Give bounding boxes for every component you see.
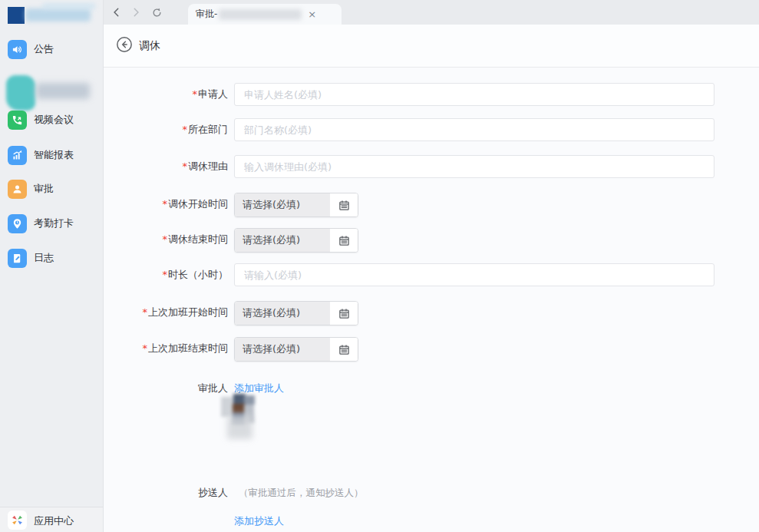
page-header: 调休	[104, 25, 759, 68]
sidebar-item-video-meeting[interactable]: 视频会议	[0, 108, 104, 131]
datepicker-value: 请选择(必填)	[235, 302, 330, 325]
required-marker: *	[163, 198, 168, 210]
cc-note: （审批通过后，通知抄送人）	[239, 487, 364, 500]
back-button[interactable]	[116, 36, 133, 53]
blurred-user-name	[36, 83, 90, 99]
add-cc-link[interactable]: 添加抄送人	[234, 514, 284, 528]
overtime-start-datepicker[interactable]: 请选择(必填)	[234, 301, 358, 325]
page-title: 调休	[139, 39, 160, 53]
calendar-icon[interactable]	[330, 193, 358, 216]
field-label: *所在部门	[104, 118, 228, 141]
sidebar: 公告 视频会议 智能报表 审批	[0, 0, 104, 532]
sidebar-item-label: 视频会议	[34, 113, 74, 127]
close-icon[interactable]: ×	[308, 9, 316, 19]
person-icon	[8, 180, 27, 199]
required-marker: *	[163, 269, 168, 280]
app-center-label: 应用中心	[34, 514, 74, 528]
field-label: 抄送人	[104, 486, 228, 500]
sidebar-item-label: 公告	[34, 42, 54, 56]
field-label: *调休理由	[104, 155, 228, 178]
reason-input[interactable]	[234, 155, 714, 178]
required-marker: *	[183, 124, 188, 135]
required-marker: *	[193, 88, 198, 100]
calendar-icon[interactable]	[330, 338, 358, 361]
app-logo	[8, 7, 25, 24]
app-center-pinwheel-icon	[8, 511, 27, 530]
field-label: *上次加班开始时间	[104, 301, 228, 324]
sidebar-item-label: 日志	[34, 251, 54, 265]
field-label: *调休开始时间	[104, 193, 228, 216]
journal-icon	[8, 249, 27, 268]
sidebar-item-attendance[interactable]: 考勤打卡	[0, 212, 104, 235]
required-marker: *	[143, 342, 148, 354]
blurred-approver-name	[227, 415, 252, 439]
datepicker-value: 请选择(必填)	[235, 338, 330, 361]
megaphone-icon	[8, 40, 27, 59]
required-marker: *	[183, 160, 188, 172]
sidebar-item-announcement[interactable]: 公告	[0, 38, 104, 61]
required-marker: *	[143, 306, 148, 318]
calendar-icon[interactable]	[330, 302, 358, 325]
department-input[interactable]	[234, 118, 714, 141]
blurred-tab-title	[219, 9, 302, 20]
field-label: *时长（小时）	[104, 263, 228, 286]
sidebar-item-smart-report[interactable]: 智能报表	[0, 144, 104, 167]
sidebar-item-app-center[interactable]: 应用中心	[0, 507, 103, 532]
sidebar-item-journal[interactable]: 日志	[0, 246, 104, 269]
applicant-input[interactable]	[234, 83, 714, 106]
overtime-end-datepicker[interactable]: 请选择(必填)	[234, 337, 358, 362]
bar-chart-icon	[8, 146, 27, 165]
datepicker-value: 请选择(必填)	[235, 193, 330, 216]
field-label: *上次加班结束时间	[104, 337, 228, 360]
tab-approval[interactable]: 审批- ×	[188, 4, 342, 25]
sidebar-item-approval[interactable]: 审批	[0, 177, 104, 200]
blurred-user-avatar	[6, 75, 35, 111]
field-label: *调休结束时间	[104, 228, 228, 251]
duration-input[interactable]	[234, 263, 714, 286]
blurred-account-name-2	[42, 3, 96, 9]
blurred-account-name	[25, 8, 91, 21]
calendar-icon[interactable]	[330, 229, 358, 252]
datepicker-value: 请选择(必填)	[235, 229, 330, 252]
field-label: 审批人	[104, 382, 228, 395]
tab-title: 审批-	[196, 8, 217, 21]
field-label: *申请人	[104, 83, 228, 106]
leave-end-datepicker[interactable]: 请选择(必填)	[234, 228, 358, 253]
form-content: *申请人 *所在部门 *调休理由 *调休开始时间 请选择(必填) *调休结束时间	[104, 68, 759, 532]
nav-back-button[interactable]	[110, 5, 124, 19]
sidebar-item-label: 考勤打卡	[34, 216, 74, 230]
nav-refresh-button[interactable]	[150, 5, 163, 19]
required-marker: *	[163, 233, 168, 245]
sidebar-item-label: 审批	[34, 182, 54, 196]
video-call-icon	[8, 111, 27, 130]
browser-topbar: 审批- ×	[104, 0, 759, 25]
sidebar-item-label: 智能报表	[34, 148, 74, 162]
nav-forward-button[interactable]	[129, 5, 143, 19]
app-window: 公告 视频会议 智能报表 审批	[0, 0, 759, 532]
location-pin-icon	[8, 214, 27, 233]
leave-start-datepicker[interactable]: 请选择(必填)	[234, 193, 358, 217]
